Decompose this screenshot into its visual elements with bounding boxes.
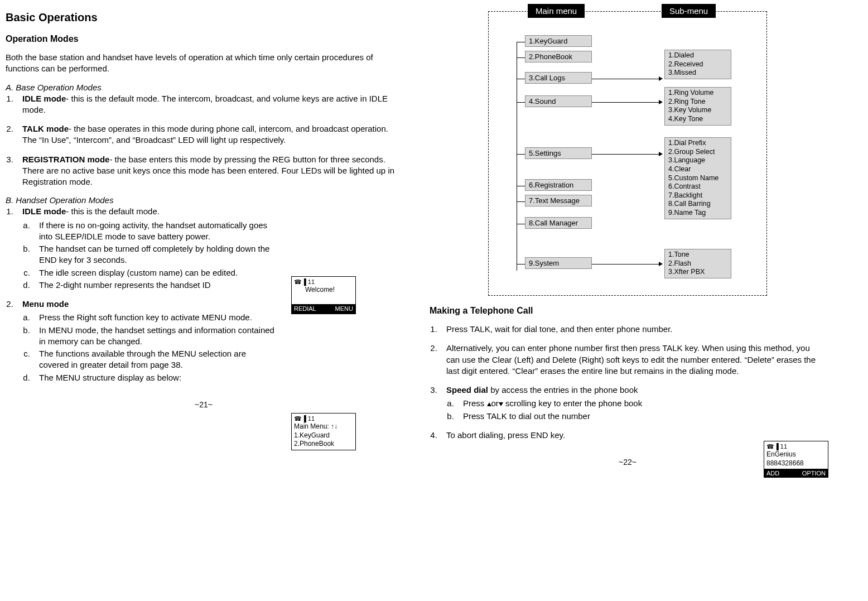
base-modes-heading: A. Base Operation Modes: [6, 83, 402, 92]
lcd-menu-title: Main Menu: ↑↓: [294, 422, 353, 431]
arrowhead-icon: [659, 76, 663, 81]
handset-menu-sublist: Press the Right soft function key to act…: [32, 312, 278, 383]
handset-menu-c: The functions available through the MENU…: [32, 348, 278, 371]
main-item-textmessage: 7.Text Message: [525, 195, 592, 206]
intro-paragraph: Both the base station and handset have l…: [6, 52, 402, 75]
arrow-line: [592, 264, 659, 265]
base-mode-talk: TALK mode- the base operates in this mod…: [16, 123, 402, 146]
base-mode-registration: REGISTRATION mode- the base enters this …: [16, 154, 402, 188]
making-call-step1: Press TALK, wait for dial tone, and then…: [440, 324, 826, 335]
arrowhead-icon: [659, 152, 663, 156]
lcd-dial-number: 8884328668: [766, 459, 826, 468]
sub-sound: 1.Ring Volume 2.Ring Tone 3.Key Volume 4…: [664, 87, 731, 126]
lcd-dial-name: EnGenius: [766, 450, 826, 459]
section-heading-making-call: Making a Telephone Call: [430, 306, 826, 316]
lcd-idle-screen: ☎▐ 11 Welcome! REDIAL MENU: [291, 276, 356, 314]
diagram-vline: [517, 42, 517, 271]
conn-line: [517, 42, 525, 42]
handset-menu-b: In MENU mode, the handset settings and i…: [32, 325, 278, 348]
main-item-phonebook: 2.PhoneBook: [525, 51, 592, 62]
lcd-menu-line4: 2.PhoneBook: [294, 440, 353, 449]
making-call-step4: To abort dialing, press END key.: [440, 430, 826, 441]
lcd-idle-softkey-right: MENU: [335, 305, 353, 312]
lcd-idle-softkey-left: REDIAL: [294, 305, 316, 312]
sub-menu-tab: Sub-menu: [662, 4, 716, 18]
scroll-down-icon: [499, 402, 503, 406]
main-item-registration: 6.Registration: [525, 179, 592, 191]
scroll-up-icon: [487, 402, 491, 406]
base-modes-list: IDLE mode- this is the default mode. The…: [16, 93, 402, 188]
making-call-list: Press TALK, wait for dial tone, and then…: [440, 324, 826, 441]
page-21: Basic Operations Operation Modes Both th…: [6, 11, 402, 467]
lcd-idle-welcome: Welcome!: [294, 286, 353, 295]
handset-modes-heading: B. Handset Operation Modes: [6, 195, 402, 205]
making-call-step3b: Press TALK to dial out the number: [456, 411, 696, 422]
page-number-21: ~21~: [6, 400, 402, 409]
main-item-settings: 5.Settings: [525, 147, 592, 159]
sub-settings: 1.Dial Prefix 2.Group Select 3.Language …: [664, 137, 731, 219]
section-heading-operation-modes: Operation Modes: [6, 34, 402, 44]
main-menu-tab: Main menu: [528, 4, 585, 18]
main-item-system: 9.System: [525, 257, 592, 269]
page-22: Main menu Sub-menu 1.KeyGuard 2.PhoneBoo…: [430, 11, 826, 467]
handset-idle-sublist: If there is no on-going activity, the ha…: [32, 220, 278, 291]
conn-line: [517, 201, 525, 202]
handset-idle-d: The 2-dight number represents the handse…: [32, 280, 278, 291]
handset-idle-a: If there is no on-going activity, the ha…: [32, 220, 278, 243]
base-mode-idle: IDLE mode- this is the default mode. The…: [16, 93, 402, 116]
conn-line: [517, 186, 525, 186]
conn-line: [517, 102, 525, 103]
making-call-step3a: Press or scrolling key to enter the phon…: [456, 398, 696, 409]
making-call-step3: Speed dial by access the entries in the …: [440, 384, 826, 422]
conn-line: [517, 264, 525, 265]
conn-line: [517, 154, 525, 155]
arrow-line: [592, 102, 659, 103]
arrow-line: [592, 79, 659, 79]
lcd-idle-icons: ☎▐ 11: [294, 278, 353, 286]
arrowhead-icon: [659, 100, 663, 104]
handset-idle-b: The handset can be turned off completely…: [32, 243, 278, 266]
main-item-callmanager: 8.Call Manager: [525, 217, 592, 229]
conn-line: [517, 224, 525, 224]
handset-idle-c: The idle screen display (custom name) ca…: [32, 267, 278, 278]
arrowhead-icon: [659, 262, 663, 266]
arrow-line: [592, 154, 659, 155]
conn-line: [517, 57, 525, 58]
main-item-sound: 4.Sound: [525, 95, 592, 107]
lcd-menu-icons: ☎▐ 11: [294, 415, 353, 422]
lcd-dial-softkey-right: OPTION: [802, 469, 826, 477]
main-item-calllogs: 3.Call Logs: [525, 72, 592, 84]
menu-structure-diagram: Main menu Sub-menu 1.KeyGuard 2.PhoneBoo…: [488, 11, 767, 296]
lcd-dial-screen: ☎▐ 11 EnGenius 8884328668 ADD OPTION: [764, 441, 828, 478]
main-item-keyguard: 1.KeyGuard: [525, 35, 592, 47]
handset-menu-a: Press the Right soft function key to act…: [32, 312, 278, 323]
sub-system: 1.Tone 2.Flash 3.Xfter PBX: [664, 249, 731, 278]
lcd-dial-icons: ☎▐ 11: [766, 443, 826, 450]
lcd-menu-line3: 1.KeyGuard: [294, 431, 353, 440]
sub-calllogs: 1.Dialed 2.Received 3.Missed: [664, 50, 731, 79]
lcd-menu-screen: ☎▐ 11 Main Menu: ↑↓ 1.KeyGuard 2.PhoneBo…: [291, 413, 356, 450]
page-title: Basic Operations: [6, 11, 402, 24]
lcd-dial-softkey-left: ADD: [766, 469, 779, 477]
making-call-step2: Alternatively, you can enter phone numbe…: [440, 343, 826, 377]
conn-line: [517, 79, 525, 79]
handset-menu-d: The MENU structure display as below:: [32, 372, 278, 383]
